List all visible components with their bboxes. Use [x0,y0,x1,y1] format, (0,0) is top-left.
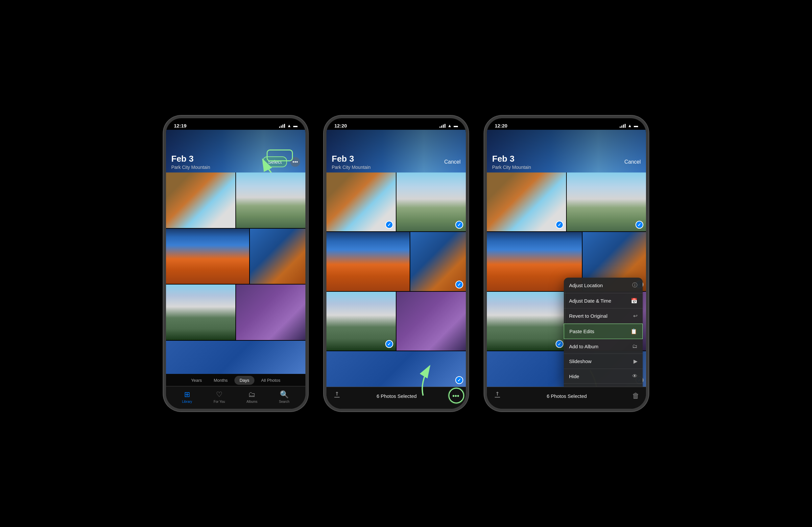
tab-foryou-1[interactable]: ♡ For You [214,390,225,404]
search-icon-1: 🔍 [280,390,289,399]
tab-search-1[interactable]: 🔍 Search [279,390,290,404]
date-3: Feb 3 [492,154,531,164]
battery-icon-1: ▬ [293,123,298,128]
delete-button-3[interactable]: 🗑 [632,392,639,400]
wifi-icon-2: ▲ [447,123,452,128]
signal-icon-1 [279,124,285,128]
tab-library-label-1: Library [182,400,192,404]
tab-albums-label-1: Albums [247,400,257,404]
photo-cell-3-1[interactable]: ✓ [487,172,566,231]
photo-cell-2-3[interactable] [327,232,410,291]
phone-2: 12:20 ▲ ▬ [324,116,468,411]
tab-allphotos-1[interactable]: All Photos [256,376,286,385]
more-circle-2 [448,388,464,404]
grid-row-3-1: ✓ ✓ [487,172,646,231]
signal-icon-3 [620,124,626,128]
foryou-icon-1: ♡ [216,390,222,399]
grid-row-2-1: ✓ ✓ [327,172,466,231]
cancel-button-2[interactable]: Cancel [444,159,461,165]
photo-cell-2-1[interactable]: ✓ [327,172,396,231]
selected-count-2: 6 Photos Selected [377,393,417,399]
photo-grid-3: ✓ ✓ ✓ [487,172,646,387]
add-album-icon: 🗂 [632,343,637,349]
menu-revert[interactable]: Revert to Original ↩ [564,308,643,323]
adjust-datetime-icon: 📅 [631,298,637,304]
revert-icon: ↩ [633,313,637,319]
menu-paste-edits[interactable]: Paste Edits 📋 [564,323,643,339]
photo-cell-1-3[interactable] [166,229,249,284]
date-2: Feb 3 [332,154,371,164]
menu-add-album[interactable]: Add to Album 🗂 [564,339,643,354]
photo-cell-1-7[interactable] [166,341,305,374]
signal-bar-2 [281,125,282,128]
revert-label: Revert to Original [569,313,608,319]
adjust-datetime-label: Adjust Date & Time [569,298,611,304]
tab-months-1[interactable]: Months [208,376,233,385]
arrow-2 [417,363,449,402]
photo-cell-1-2[interactable] [236,172,305,228]
tab-albums-1[interactable]: 🗂 Albums [247,390,257,404]
share-button-2[interactable] [333,391,341,401]
hide-icon: 👁 [632,373,637,379]
signal-bar-3 [282,124,284,128]
tab-days-1[interactable]: Days [234,376,255,385]
checkmark-2-4: ✓ [455,281,463,288]
photo-cell-3-2[interactable]: ✓ [567,172,646,231]
notch-3 [547,118,586,130]
status-icons-2: ▲ ▬ [439,123,458,128]
scene: 12:19 ▲ ▬ [150,103,662,424]
menu-adjust-location[interactable]: Adjust Location ⓘ [564,277,643,293]
paste-edits-label: Paste Edits [569,329,594,334]
grid-row-1-2 [166,229,305,284]
menu-slideshow[interactable]: Slideshow ▶ [564,354,643,369]
tab-years-1[interactable]: Years [186,376,207,385]
photo-cell-3-5[interactable]: ✓ [487,292,566,350]
wifi-icon-1: ▲ [287,123,291,128]
share-button-3[interactable] [493,391,501,401]
tab-library-1[interactable]: ⊞ Library [182,390,192,404]
hide-label: Hide [569,374,579,379]
photo-cell-2-2[interactable]: ✓ [396,172,466,231]
photo-cell-1-4[interactable] [250,229,305,284]
albums-icon-1: 🗂 [248,390,256,399]
photo-cell-1-5[interactable] [166,285,235,340]
action-bar-3: 6 Photos Selected 🗑 [487,387,646,409]
selected-count-3: 6 Photos Selected [547,393,587,399]
grid-row-1-1 [166,172,305,228]
date-1: Feb 3 [171,154,210,164]
slideshow-label: Slideshow [569,359,591,364]
menu-duplicate[interactable]: Duplicate ⊞ [564,384,643,387]
signal-bar-1 [279,126,280,128]
adjust-location-icon: ⓘ [632,282,637,289]
time-2: 12:20 [334,123,347,129]
library-icon-1: ⊞ [184,390,190,399]
photo-cell-2-6[interactable] [396,292,466,350]
status-icons-1: ▲ ▬ [279,123,298,128]
photo-cell-2-5[interactable]: ✓ [327,292,396,350]
cancel-button-3[interactable]: Cancel [624,159,641,165]
battery-icon-3: ▬ [634,123,638,128]
header-photo-3: Feb 3 Park City Mountain Cancel [487,130,646,172]
grid-row-1-3 [166,285,305,340]
phone-1: 12:19 ▲ ▬ [163,116,308,411]
grid-row-2-2: ✓ [327,232,466,291]
menu-hide[interactable]: Hide 👁 [564,369,643,384]
battery-icon-2: ▬ [454,123,458,128]
notch-1 [216,118,256,130]
time-3: 12:20 [495,123,507,129]
tab-search-label-1: Search [279,400,290,404]
location-3: Park City Mountain [492,165,531,170]
location-2: Park City Mountain [332,165,371,170]
status-icons-3: ▲ ▬ [620,123,638,128]
signal-bar-4 [284,124,285,128]
grid-row-2-3: ✓ [327,292,466,350]
grid-row-1-4 [166,341,305,374]
header-photo-1: Feb 3 Park City Mountain Select ••• [166,130,305,172]
photo-cell-1-6[interactable] [236,285,305,340]
paste-edits-icon: 📋 [630,328,637,334]
photo-cell-2-4[interactable]: ✓ [410,232,466,291]
menu-adjust-datetime[interactable]: Adjust Date & Time 📅 [564,293,643,308]
location-1: Park City Mountain [171,165,210,170]
photo-cell-1-1[interactable] [166,172,235,228]
more-dots-button-2[interactable]: ••• [452,392,459,400]
